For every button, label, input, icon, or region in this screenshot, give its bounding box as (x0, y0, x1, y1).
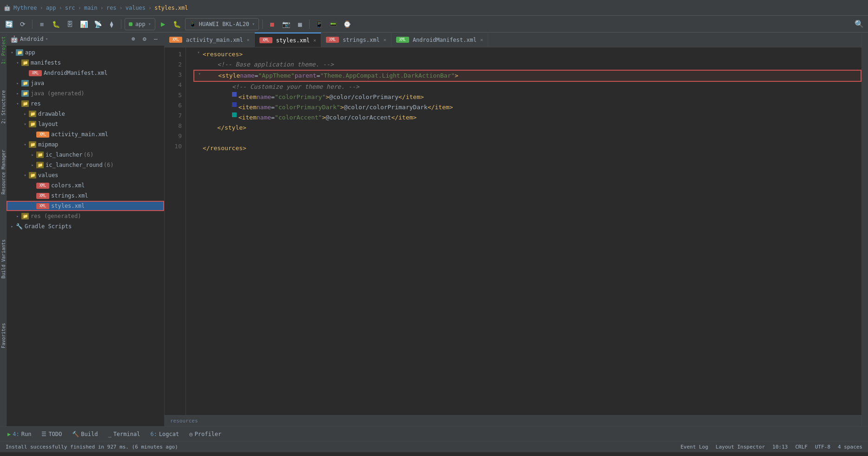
layout-inspector-btn[interactable]: Layout Inspector (716, 444, 765, 450)
phone-btn[interactable]: 📱 (313, 18, 325, 30)
tree-item-java-gen[interactable]: 📁 java (generated) (7, 88, 164, 99)
sync-alt-button[interactable]: ⟳ (17, 18, 29, 30)
terminal-tab[interactable]: _ Terminal (104, 429, 144, 439)
tab-close-androidmanifest[interactable]: ✕ (480, 37, 483, 42)
camera-button[interactable]: 📷 (280, 18, 292, 30)
close-panel-icon[interactable]: — (151, 34, 160, 44)
arrow-ic-launcher-round[interactable] (29, 161, 36, 169)
tab-close-styles[interactable]: ✕ (313, 38, 316, 43)
run-tab[interactable]: ▶ 4: Run (4, 429, 35, 439)
view-selector[interactable]: 🤖 Android ▾ (10, 35, 48, 43)
arrow-app[interactable] (8, 49, 16, 56)
status-encoding[interactable]: UTF-8 (815, 444, 830, 450)
tree-item-app[interactable]: 📁 app (7, 47, 164, 58)
resource-manager-tab[interactable]: Resource Manager (0, 146, 6, 198)
project-tab[interactable]: 1: Project (0, 33, 6, 68)
profiler-tab[interactable]: ◎ Profiler (186, 429, 225, 439)
run-tab-icon: ▶ (7, 431, 11, 437)
tab-styles[interactable]: XML styles.xml ✕ (255, 33, 321, 47)
fold-icon-1[interactable]: ▾ (195, 49, 202, 56)
event-log-btn[interactable]: Event Log (681, 444, 709, 450)
tree-item-styles[interactable]: XML styles.xml (7, 201, 164, 211)
tab-close-activity-main[interactable]: ✕ (247, 37, 250, 42)
arrow-res-gen[interactable] (14, 212, 21, 220)
arrow-java[interactable] (14, 79, 21, 87)
sidebar-tabs: 1: Project 2: Structure Resource Manager… (0, 33, 7, 426)
layout-btn[interactable]: ▦ (294, 18, 306, 30)
tree-item-java[interactable]: 📁 java (7, 78, 164, 88)
watch-btn[interactable]: ⌚ (341, 18, 353, 30)
gear-icon[interactable]: ⚙ (140, 34, 149, 44)
wifi-button[interactable]: 📡 (92, 18, 104, 30)
label-java: java (31, 80, 44, 86)
run-button[interactable]: ▶ (157, 18, 169, 30)
tab-androidmanifest[interactable]: XML AndroidManifest.xml ✕ (391, 33, 488, 47)
tree-item-drawable[interactable]: 📁 drawable (7, 109, 164, 119)
arrow-drawable[interactable] (21, 110, 29, 118)
arrow-mipmap[interactable] (21, 141, 29, 148)
status-message: Install successfully finished in 927 ms.… (6, 444, 677, 450)
run-config-dropdown[interactable]: app ▾ (125, 18, 155, 30)
label-mipmap: mipmap (38, 141, 58, 148)
build-variants-tab[interactable]: Build Variants (0, 236, 6, 282)
tab-close-strings[interactable]: ✕ (384, 37, 386, 42)
device-label: HUAWEI BKL-AL20 (199, 21, 249, 27)
tree-item-res-gen[interactable]: 📁 res (generated) (7, 211, 164, 221)
arrow-ic-launcher[interactable] (29, 151, 36, 159)
sync-button[interactable]: 🔄 (3, 18, 15, 30)
tree-item-layout[interactable]: 📁 layout (7, 119, 164, 129)
tree-item-ic-launcher[interactable]: 📁 ic_launcher (6) (7, 150, 164, 160)
logcat-tab[interactable]: 6: Logcat (146, 429, 183, 439)
arrow-androidmanifest (21, 69, 29, 77)
arrow-manifests[interactable] (14, 59, 21, 66)
tree-item-activity-main[interactable]: XML activity_main.xml (7, 129, 164, 139)
crumb-res[interactable]: res (106, 5, 117, 11)
status-indent[interactable]: 4 spaces (838, 444, 862, 450)
device-dropdown[interactable]: 📱 HUAWEI BKL-AL20 ▾ (185, 18, 259, 30)
layers-button[interactable]: ⧫ (106, 18, 118, 30)
align-left-button[interactable]: ≡ (36, 18, 48, 30)
tree-item-values[interactable]: 📁 values (7, 170, 164, 180)
tablet-btn[interactable]: 📟 (327, 18, 339, 30)
favorites-tab[interactable]: Favorites (0, 319, 6, 352)
tree-item-res[interactable]: 📁 res (7, 99, 164, 109)
tree-item-strings[interactable]: XML strings.xml (7, 191, 164, 201)
crumb-mythree[interactable]: Mythree (13, 5, 37, 11)
add-icon[interactable]: ⊕ (129, 34, 138, 44)
arrow-layout[interactable] (21, 120, 29, 128)
todo-tab-label: TODO (48, 431, 62, 437)
tree-item-colors[interactable]: XML colors.xml (7, 180, 164, 191)
crumb-app[interactable]: app (46, 5, 56, 11)
xml-badge-styles: XML (36, 203, 49, 209)
todo-tab[interactable]: ☰ TODO (38, 429, 66, 439)
arrow-gradle[interactable] (8, 223, 16, 230)
crumb-main[interactable]: main (84, 5, 98, 11)
code-line-1: ▾ <resources> (193, 49, 861, 59)
tree-item-ic-launcher-round[interactable]: 📁 ic_launcher_round (6) (7, 160, 164, 170)
arrow-java-gen[interactable] (14, 90, 21, 97)
crumb-styles-xml[interactable]: styles.xml (154, 5, 188, 11)
search-button[interactable]: 🔍 (853, 18, 865, 30)
tree-item-gradle[interactable]: 🔧 Gradle Scripts (7, 221, 164, 231)
chart-button[interactable]: 📊 (78, 18, 90, 30)
structure-tab[interactable]: 2: Structure (0, 86, 6, 127)
status-line-sep[interactable]: CRLF (795, 444, 808, 450)
arrow-values[interactable] (21, 172, 29, 179)
tree-item-androidmanifest[interactable]: XML AndroidManifest.xml (7, 68, 164, 78)
crumb-values[interactable]: values (126, 5, 146, 11)
breadcrumb-resources[interactable]: resources (170, 418, 198, 424)
crumb-src[interactable]: src (65, 5, 75, 11)
debug-run-button[interactable]: 🐛 (171, 18, 183, 30)
tree-item-manifests[interactable]: 📁 manifests (7, 58, 164, 68)
build-tab[interactable]: 🔨 Build (68, 429, 101, 439)
tab-strings[interactable]: XML strings.xml ✕ (321, 33, 391, 47)
database-button[interactable]: 🗄 (64, 18, 76, 30)
stop-button[interactable]: ■ (266, 18, 278, 30)
debug-button[interactable]: 🐛 (50, 18, 62, 30)
tree-item-mipmap[interactable]: 📁 mipmap (7, 139, 164, 150)
line-num-3: 3 (165, 70, 182, 80)
arrow-res[interactable] (14, 100, 21, 107)
tab-activity-main[interactable]: XML activity_main.xml ✕ (165, 33, 255, 47)
code-area[interactable]: ▾ <resources> ▾ <!-- Base application th… (186, 47, 861, 415)
fold-icon-3[interactable]: ▾ (196, 71, 203, 77)
